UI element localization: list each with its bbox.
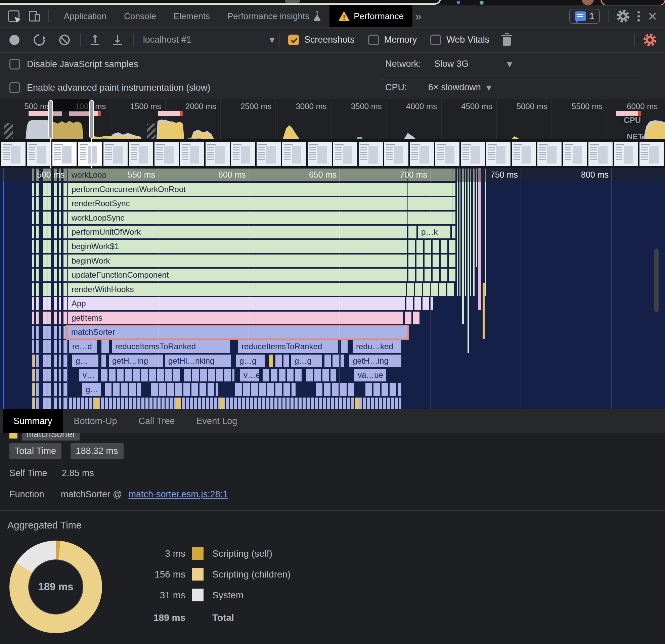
- close-icon[interactable]: ×: [648, 11, 657, 21]
- screenshot-thumbnail[interactable]: [563, 142, 587, 166]
- flame-fragment[interactable]: [36, 340, 39, 353]
- screenshot-thumbnail[interactable]: [588, 142, 613, 166]
- flame-bar[interactable]: [408, 269, 455, 281]
- flame-bar[interactable]: [306, 369, 336, 382]
- flame-bar[interactable]: [101, 355, 106, 367]
- flame-fragment[interactable]: [36, 183, 39, 196]
- flame-fragment[interactable]: [59, 197, 61, 210]
- screenshot-thumbnail[interactable]: [154, 142, 179, 166]
- screenshot-thumbnail[interactable]: [614, 142, 638, 166]
- flame-fragment[interactable]: [43, 297, 47, 310]
- paint-instrumentation-checkbox[interactable]: [10, 82, 20, 93]
- flame-bar[interactable]: [101, 340, 109, 353]
- flame-fragment[interactable]: [54, 397, 57, 409]
- flame-fragment[interactable]: [43, 269, 47, 281]
- flame-fragment[interactable]: [478, 168, 481, 310]
- flame-fragment[interactable]: [459, 169, 460, 296]
- screenshot-thumbnail[interactable]: [256, 142, 281, 166]
- screenshot-thumbnail[interactable]: [308, 142, 332, 166]
- flame-fragment[interactable]: [59, 240, 61, 253]
- screenshots-checkbox[interactable]: [288, 35, 299, 45]
- screenshot-thumbnail[interactable]: [512, 142, 536, 166]
- tab-summary[interactable]: Summary: [3, 409, 63, 433]
- flame-fragment[interactable]: [32, 212, 34, 224]
- flame-fragment[interactable]: [59, 269, 61, 281]
- flame-fragment[interactable]: [43, 312, 47, 324]
- flame-bar[interactable]: [324, 355, 344, 367]
- flame-bar-gg[interactable]: g…g: [236, 355, 265, 367]
- flame-bar[interactable]: [341, 340, 349, 353]
- screenshot-thumbnail[interactable]: [333, 142, 357, 166]
- flame-fragment[interactable]: [63, 355, 67, 367]
- flame-bar[interactable]: [184, 369, 234, 382]
- flame-fragment[interactable]: [36, 383, 39, 396]
- screenshot-thumbnail[interactable]: [78, 142, 102, 166]
- more-options-icon[interactable]: [638, 11, 640, 21]
- flame-bar[interactable]: [105, 383, 141, 396]
- flame-bar-reduked[interactable]: redu…ked: [353, 340, 401, 353]
- flame-fragment[interactable]: [48, 340, 51, 353]
- flame-bar-gg[interactable]: g…g: [291, 355, 322, 367]
- tab-bottom-up[interactable]: Bottom-Up: [63, 409, 128, 433]
- screenshot-thumbnail[interactable]: [384, 142, 408, 166]
- flame-fragment[interactable]: [468, 169, 469, 353]
- tab-event-log[interactable]: Event Log: [186, 409, 248, 433]
- flame-fragment[interactable]: [48, 383, 51, 396]
- flame-chart[interactable]: workLoopperformConcurrentWorkOnRootrende…: [0, 168, 665, 409]
- flame-fragment[interactable]: [43, 326, 47, 339]
- screenshot-thumbnail[interactable]: [52, 142, 77, 166]
- flame-fragment[interactable]: [32, 226, 34, 238]
- flame-fragment[interactable]: [36, 397, 39, 409]
- flame-fragment[interactable]: [33, 397, 35, 409]
- flame-fragment[interactable]: [54, 269, 57, 281]
- screenshot-thumbnail[interactable]: [486, 142, 511, 166]
- flame-fragment[interactable]: [33, 355, 35, 367]
- flame-fragment[interactable]: [48, 369, 51, 382]
- flame-bar-workLoopSync[interactable]: workLoopSync: [68, 212, 455, 224]
- flame-fragment[interactable]: [59, 312, 61, 324]
- flame-bar-performConcurrentWorkOnRoot[interactable]: performConcurrentWorkOnRoot: [68, 183, 455, 196]
- flame-bar-pk[interactable]: p…k: [418, 226, 450, 238]
- flame-fragment[interactable]: [48, 355, 51, 367]
- flame-fragment[interactable]: [59, 369, 61, 382]
- flame-fragment[interactable]: [36, 226, 39, 238]
- flame-fragment[interactable]: [59, 397, 61, 409]
- flame-bar[interactable]: [406, 297, 433, 310]
- capture-settings-gear-icon[interactable]: [644, 34, 656, 46]
- source-location-link[interactable]: match-sorter.esm.js:28:1: [129, 489, 228, 499]
- selection-handle-right[interactable]: [89, 100, 94, 139]
- flame-fragment[interactable]: [48, 312, 51, 324]
- flame-fragment[interactable]: [36, 355, 39, 367]
- flame-fragment[interactable]: [36, 326, 39, 339]
- tab-performance-insights[interactable]: Performance insights: [218, 5, 329, 27]
- flame-bar[interactable]: [452, 226, 455, 238]
- flame-bar[interactable]: [220, 397, 224, 409]
- flame-fragment[interactable]: [59, 254, 61, 267]
- flame-fragment[interactable]: [473, 169, 475, 296]
- flame-fragment[interactable]: [48, 226, 51, 238]
- flame-bar-vaue[interactable]: va…ue: [354, 369, 386, 382]
- tab-console[interactable]: Console: [115, 5, 165, 27]
- save-profile-icon[interactable]: ↓: [113, 35, 122, 45]
- flame-fragment[interactable]: [54, 283, 57, 296]
- screenshot-thumbnail[interactable]: [180, 142, 204, 166]
- flame-fragment[interactable]: [48, 212, 51, 224]
- flame-fragment[interactable]: [32, 326, 34, 339]
- flame-bar-getHing[interactable]: getH…ing: [109, 355, 163, 367]
- flame-bar[interactable]: [405, 312, 421, 324]
- flame-bar-g[interactable]: g…: [82, 383, 101, 396]
- flame-bar-beginWork$1[interactable]: beginWork$1: [68, 240, 407, 253]
- flame-fragment[interactable]: [59, 283, 61, 296]
- flame-fragment[interactable]: [43, 383, 47, 396]
- toolbar-toggle-memory[interactable]: Memory: [368, 35, 417, 45]
- flame-fragment[interactable]: [59, 183, 61, 196]
- record-button[interactable]: [10, 35, 19, 45]
- flame-fragment[interactable]: [63, 226, 67, 238]
- flame-fragment[interactable]: [59, 326, 61, 339]
- flame-fragment[interactable]: [36, 212, 39, 224]
- flame-fragment[interactable]: [63, 397, 67, 409]
- flame-fragment[interactable]: [36, 297, 39, 310]
- flame-fragment[interactable]: [54, 383, 57, 396]
- flame-bar-v[interactable]: v…: [79, 369, 98, 382]
- screenshot-thumbnail[interactable]: [537, 142, 562, 166]
